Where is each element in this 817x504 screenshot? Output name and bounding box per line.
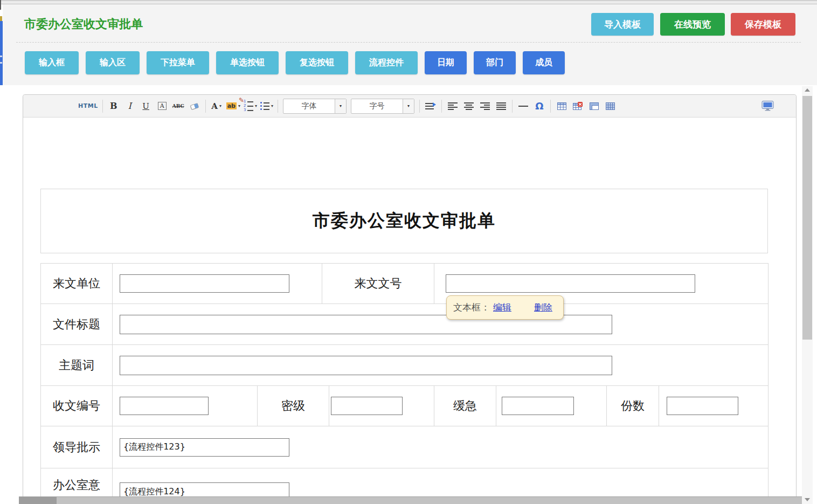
strikethrough-glyph: ABC xyxy=(172,103,184,109)
ordered-list-glyph xyxy=(244,100,253,112)
page-header: 市委办公室收文审批单 导入模板 在线预览 保存模板 输入框 输入区 下拉菜单 单… xyxy=(3,4,817,85)
widget-button-dropdown-menu[interactable]: 下拉菜单 xyxy=(147,51,209,74)
header-divider xyxy=(16,42,801,43)
widget-button-input-box[interactable]: 输入框 xyxy=(25,51,79,74)
special-character-icon[interactable]: Ω xyxy=(533,99,546,113)
align-justify-glyph xyxy=(496,102,506,110)
delete-table-icon[interactable] xyxy=(571,99,584,113)
underline-glyph: U xyxy=(142,101,149,111)
tooltip-delete-link[interactable]: 删除 xyxy=(534,301,552,314)
tooltip-type-label: 文本框： xyxy=(453,301,490,314)
field-label-receipt-no: 收文编号 xyxy=(41,386,113,426)
unordered-list-glyph xyxy=(260,102,269,110)
source-unit-input[interactable] xyxy=(120,274,289,293)
tooltip-edit-link[interactable]: 编辑 xyxy=(493,301,511,314)
vertical-scrollbar-thumb[interactable] xyxy=(802,96,812,340)
widget-button-checkbox[interactable]: 复选按钮 xyxy=(286,51,348,74)
chevron-down-icon: ▾ xyxy=(335,99,346,113)
align-right-icon[interactable] xyxy=(479,99,491,113)
framed-font-glyph: A xyxy=(158,102,167,110)
widget-button-department[interactable]: 部门 xyxy=(474,51,516,74)
table-row: 收文编号 密级 缓急 份数 xyxy=(41,386,768,426)
table-properties-svg xyxy=(590,102,599,111)
receipt-no-input[interactable] xyxy=(120,397,209,415)
online-preview-button[interactable]: 在线预览 xyxy=(660,13,725,36)
widget-button-flow-control[interactable]: 流程控件 xyxy=(355,51,418,74)
framed-font-icon[interactable]: A xyxy=(156,99,169,113)
leader-comment-input[interactable] xyxy=(120,438,289,457)
indent-icon[interactable] xyxy=(424,99,437,113)
align-left-icon[interactable] xyxy=(446,99,459,113)
form-table: 来文单位 来文文号 文件标题 主题词 收文编号 密级 缓急 份数 领导批示 办公… xyxy=(40,263,768,504)
urgency-input[interactable] xyxy=(502,397,574,415)
align-center-glyph xyxy=(464,102,474,110)
edge-mark xyxy=(0,62,2,64)
import-template-button[interactable]: 导入模板 xyxy=(591,13,654,36)
left-edge-yellow-mark xyxy=(0,16,2,21)
underline-icon[interactable]: U xyxy=(140,99,153,113)
field-cell-doc-title xyxy=(113,304,768,345)
form-title: 市委办公室收文审批单 xyxy=(313,209,496,233)
font-size-select[interactable]: 字号 ▾ xyxy=(351,99,414,114)
window-left-edge xyxy=(0,0,1,10)
horizontal-scrollbar-thumb[interactable] xyxy=(19,497,57,504)
source-doc-no-input[interactable] xyxy=(446,274,695,293)
align-justify-icon[interactable] xyxy=(495,99,508,113)
widget-tooltip: 文本框： 编辑 删除 xyxy=(446,295,564,320)
vertical-scrollbar[interactable] xyxy=(802,86,813,504)
field-cell-urgency xyxy=(496,386,607,426)
italic-icon[interactable]: I xyxy=(123,99,136,113)
align-left-glyph xyxy=(448,102,458,110)
field-label-doc-title: 文件标题 xyxy=(41,304,113,345)
strikethrough-icon[interactable]: ABC xyxy=(172,99,185,113)
toolbar-separator xyxy=(550,100,551,113)
field-label-leader-comment: 领导批示 xyxy=(41,426,113,468)
widget-button-member[interactable]: 成员 xyxy=(523,51,565,74)
scroll-up-arrow-icon[interactable] xyxy=(805,88,810,92)
field-label-source-doc-no: 来文文号 xyxy=(322,264,434,304)
save-template-button[interactable]: 保存模板 xyxy=(731,13,795,36)
scroll-down-arrow-icon[interactable] xyxy=(802,498,813,501)
toolbar-separator xyxy=(441,100,442,113)
table-properties-icon[interactable] xyxy=(587,99,600,113)
font-color-icon[interactable]: A xyxy=(210,99,223,113)
toolbar-separator xyxy=(278,100,278,113)
align-center-icon[interactable] xyxy=(462,99,475,113)
unordered-list-icon[interactable] xyxy=(260,99,273,113)
bold-icon[interactable]: B xyxy=(107,99,120,113)
highlight-color-icon[interactable]: ab✎ xyxy=(226,99,240,113)
field-cell-keywords xyxy=(113,345,768,386)
widget-button-radio[interactable]: 单选按钮 xyxy=(216,51,279,74)
insert-table-icon[interactable] xyxy=(555,99,568,113)
cell-properties-icon[interactable] xyxy=(604,99,617,113)
field-cell-source-unit xyxy=(113,264,322,304)
html-source-button[interactable]: HTML xyxy=(78,99,98,113)
field-label-secrecy: 密级 xyxy=(258,386,329,426)
font-family-select[interactable]: 字体 ▾ xyxy=(283,99,347,114)
align-right-glyph xyxy=(480,102,490,110)
table-row: 文件标题 xyxy=(41,304,768,345)
bold-glyph: B xyxy=(110,101,117,111)
form-title-block: 市委办公室收文审批单 xyxy=(40,189,768,253)
fullscreen-svg xyxy=(761,101,774,111)
editor-toolbar: HTML B I U A ABC A ab✎ 字体 ▾ 字号 ▾ xyxy=(23,95,796,118)
field-label-source-unit: 来文单位 xyxy=(41,264,113,304)
copies-input[interactable] xyxy=(667,397,738,415)
widget-button-input-area[interactable]: 输入区 xyxy=(86,51,140,74)
field-label-keywords: 主题词 xyxy=(41,345,113,386)
toolbar-separator xyxy=(512,100,513,113)
window-top-strip xyxy=(0,0,817,4)
toolbar-separator xyxy=(419,100,420,113)
keywords-input[interactable] xyxy=(120,356,612,375)
widget-button-row: 输入框 输入区 下拉菜单 单选按钮 复选按钮 流程控件 日期 部门 成员 xyxy=(25,51,572,74)
horizontal-scrollbar[interactable] xyxy=(19,496,802,504)
horizontal-rule-icon[interactable] xyxy=(517,99,530,113)
field-label-urgency: 缓急 xyxy=(434,386,496,426)
secrecy-input[interactable] xyxy=(331,397,403,415)
eraser-icon[interactable] xyxy=(188,99,201,113)
widget-button-date[interactable]: 日期 xyxy=(425,51,467,74)
ordered-list-icon[interactable] xyxy=(244,99,257,113)
fullscreen-icon[interactable] xyxy=(761,99,774,113)
edge-mark xyxy=(0,56,2,57)
toolbar-separator xyxy=(205,100,206,113)
